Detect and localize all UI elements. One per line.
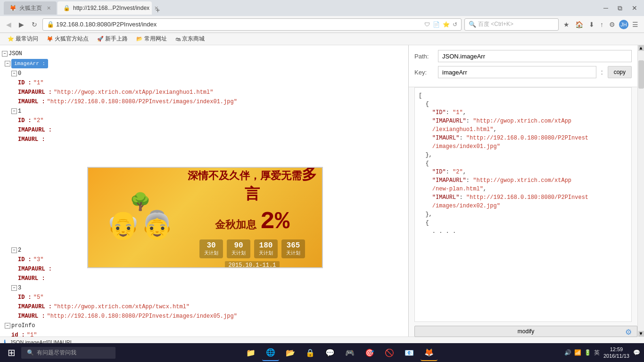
refresh-icon: ↺ [453, 21, 457, 28]
path-input[interactable] [438, 50, 632, 62]
forward-button[interactable]: ▶ [17, 20, 26, 29]
bookmark-common[interactable]: 📂 常用网址 [132, 34, 171, 44]
menu-icon[interactable]: ☰ [630, 20, 640, 29]
key-input[interactable] [438, 66, 596, 78]
field-imaurl0-key: IMAURL : [18, 98, 45, 106]
scroll-thumb[interactable] [638, 60, 644, 89]
tree-row-imageArr[interactable]: − imageArr : [0, 58, 408, 69]
reload-button[interactable]: ↻ [29, 20, 40, 29]
tree-row-proInfo[interactable]: − proInfo [0, 321, 408, 330]
tree-decoration: 🌳 [130, 195, 151, 212]
taskbar-app-mail[interactable]: 📧 [401, 344, 418, 361]
right-panel: Path: Key: : copy [ { "ID": "1", "IMA [408, 45, 644, 337]
tree-row-3[interactable]: − 3 [0, 283, 408, 293]
network-icon[interactable]: 📶 [574, 349, 581, 356]
scroll-down-arrow[interactable]: ▼ [638, 331, 644, 337]
plan-90: 90 天计划 [227, 239, 250, 258]
taskbar-app-edge[interactable]: 🌐 [262, 344, 279, 361]
item3-key: 3 [18, 284, 21, 292]
tree-row-1[interactable]: − 1 [0, 107, 408, 116]
tab1-label: 火狐主页 [19, 4, 42, 12]
taskbar-app-explorer[interactable]: 📁 [242, 344, 259, 361]
search-bar[interactable]: 🔍 百度 <Ctrl+K> [464, 18, 559, 31]
search-placeholder: 百度 <Ctrl+K> [478, 20, 513, 28]
lock-icon: 🔒 [47, 21, 54, 28]
bookmark-jd[interactable]: 🛍 京东商城 [172, 34, 208, 44]
tree-row-root[interactable]: − JSON [0, 49, 408, 58]
tab-1[interactable]: 🦊 火狐主页 ✕ [4, 1, 57, 15]
title-bar: 🦊 火狐主页 ✕ 🔒 http://192.168...P2Invest/ind… [0, 0, 644, 16]
tree-row-1-imaurl: IMAURL : [0, 135, 408, 144]
copy-button[interactable]: copy [608, 66, 632, 78]
restore-button[interactable]: ⧉ [615, 3, 625, 13]
home-icon[interactable]: 🏠 [573, 20, 585, 29]
proInfo-expand[interactable]: − [5, 323, 10, 329]
start-button[interactable]: ⊞ [4, 345, 19, 360]
bookmark-firefox[interactable]: 🦊 火狐官方站点 [43, 34, 92, 44]
taskbar-app-security[interactable]: 🔒 [302, 344, 319, 361]
clock-date: 2016/11/13 [603, 353, 629, 359]
json-tree-panel[interactable]: − JSON − imageArr : − 0 ID : "1" IMAPAUR… [0, 45, 408, 337]
item3-expand[interactable]: − [11, 285, 17, 291]
tree-row-1-imapaurl: IMAPAURL : [0, 125, 408, 135]
imageArr-expand[interactable]: − [5, 61, 10, 66]
field-imaurl3-val: "http://192.168.0.180:8080/P2PInvest/ima… [47, 312, 237, 321]
taskbar-apps: 📁 🌐 📂 🔒 💬 🎮 🎯 🚫 📧 🦊 [242, 344, 438, 361]
settings-icon[interactable]: ⚙ [607, 20, 617, 29]
taskbar-app-folder[interactable]: 📂 [282, 344, 299, 361]
browser-chrome: 🦊 火狐主页 ✕ 🔒 http://192.168...P2Invest/ind… [0, 0, 644, 45]
avatar-icon[interactable]: JH [619, 20, 628, 29]
tree-row-0[interactable]: − 0 [0, 69, 408, 78]
new-tab-button[interactable]: + [153, 6, 163, 15]
taskbar-app-game2[interactable]: 🎯 [361, 344, 378, 361]
banner-preview: 🌳 👴👵 深情不及久伴，厚爱无需多言 金秋加息 2% [87, 167, 323, 268]
taskbar: ⊞ 🔍 有问题尽管问我 📁 🌐 📂 🔒 💬 🎮 🎯 🚫 📧 🦊 🔊 📶 🔋 英 … [0, 343, 644, 362]
taskbar-app-firefox[interactable]: 🦊 [421, 344, 438, 361]
close-button[interactable]: ✕ [629, 3, 640, 13]
plan-365: 365 天计划 [281, 239, 305, 258]
battery-icon[interactable]: 🔋 [584, 349, 591, 356]
language-indicator[interactable]: 英 [594, 349, 600, 357]
bookmark-icon[interactable]: ★ [561, 20, 571, 29]
tree-row-2-imaurl: IMAURL : [0, 274, 408, 283]
taskbar-search[interactable]: 🔍 有问题尽管问我 [21, 347, 116, 359]
panel-gear-icon[interactable]: ⚙ [625, 328, 632, 336]
taskbar-app-chat[interactable]: 💬 [322, 344, 339, 361]
gear-area: ⚙ [409, 328, 632, 337]
tab2-label: http://192.168...P2Invest/index [73, 5, 149, 11]
scroll-up-arrow[interactable]: ▲ [638, 45, 644, 51]
field-imaurl1-key: IMAURL : [18, 135, 45, 144]
item2-key: 2 [18, 246, 21, 255]
banner-date: 2015.10.1-11.1 [225, 261, 280, 268]
tab-2[interactable]: 🔒 http://192.168...P2Invest/index ✕ [58, 1, 152, 15]
root-expand[interactable]: − [2, 51, 8, 57]
panel-scrollbar[interactable]: ▲ ▼ [637, 45, 644, 337]
clock: 12:59 2016/11/13 [603, 346, 629, 360]
window-controls: ─ ⧉ ✕ [601, 3, 640, 13]
clock-time: 12:59 [603, 346, 629, 353]
item0-expand[interactable]: − [11, 71, 17, 76]
tab2-icon: 🔒 [63, 5, 70, 11]
key-label: Key: [414, 69, 433, 76]
notification-icon[interactable]: 💬 [633, 349, 640, 356]
taskbar-app-block[interactable]: 🚫 [381, 344, 398, 361]
bookmark-star-icon: ⭐ [443, 21, 450, 28]
colon-separator: : [601, 68, 603, 76]
minimize-button[interactable]: ─ [601, 3, 611, 13]
back-button[interactable]: ◀ [4, 20, 14, 29]
taskbar-app-game1[interactable]: 🎮 [341, 344, 358, 361]
banner-rate: 2% [260, 208, 289, 236]
bookmark-firefox-icon: 🦊 [47, 36, 53, 42]
bookmark-newuser[interactable]: 🚀 新手上路 [93, 34, 132, 44]
item1-expand[interactable]: − [11, 108, 17, 114]
address-icons: 🛡 📄 ⭐ ↺ [424, 21, 457, 28]
banner-content: 🌳 👴👵 深情不及久伴，厚爱无需多言 金秋加息 2% [88, 168, 322, 267]
bookmark-frequent[interactable]: ⭐ 最常访问 [4, 34, 42, 44]
field-id3-val: "5" [33, 293, 44, 302]
address-bar[interactable]: 🔒 192.168.0.180:8080/P2PInvest/index 🛡 📄… [42, 18, 462, 31]
item2-expand[interactable]: − [11, 247, 17, 253]
sync-icon[interactable]: ↑ [598, 20, 605, 29]
download-icon[interactable]: ⬇ [587, 20, 596, 29]
tab1-close[interactable]: ✕ [47, 5, 51, 11]
volume-icon[interactable]: 🔊 [564, 349, 571, 356]
